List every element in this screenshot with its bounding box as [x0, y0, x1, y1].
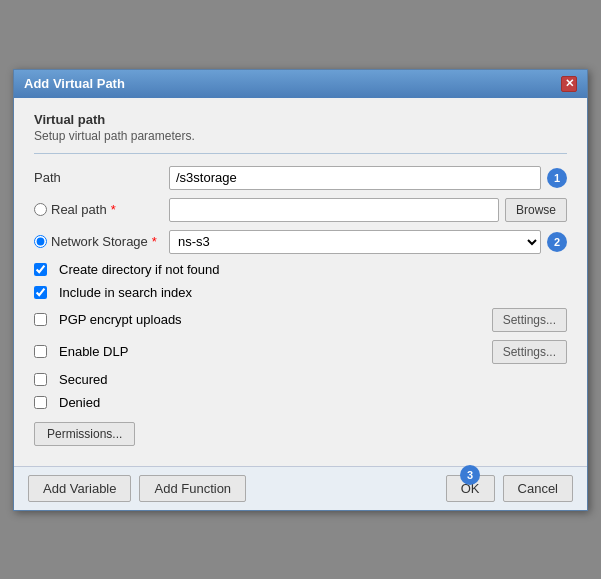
dlp-check-wrap: Enable DLP: [34, 344, 492, 359]
path-badge: 1: [547, 168, 567, 188]
ok-button-wrap: 3 OK: [446, 475, 495, 502]
add-variable-button[interactable]: Add Variable: [28, 475, 131, 502]
network-storage-badge: 2: [547, 232, 567, 252]
pgp-encrypt-row: PGP encrypt uploads Settings...: [34, 308, 567, 332]
dlp-settings-button[interactable]: Settings...: [492, 340, 567, 364]
pgp-settings-button[interactable]: Settings...: [492, 308, 567, 332]
dialog-body: Virtual path Setup virtual path paramete…: [14, 98, 587, 466]
permissions-row: Permissions...: [34, 418, 567, 452]
real-path-radio[interactable]: [34, 203, 47, 216]
real-path-row: Real path* Browse: [34, 198, 567, 222]
dialog-footer: Add Variable Add Function 3 OK Cancel: [14, 466, 587, 510]
secured-label: Secured: [59, 372, 107, 387]
real-path-input-wrap: Browse: [169, 198, 567, 222]
include-search-checkbox[interactable]: [34, 286, 47, 299]
network-storage-select-wrap: ns-s3 2: [169, 230, 567, 254]
include-search-row: Include in search index: [34, 285, 567, 300]
pgp-encrypt-checkbox[interactable]: [34, 313, 47, 326]
path-input-wrap: 1: [169, 166, 567, 190]
denied-label: Denied: [59, 395, 100, 410]
path-row: Path 1: [34, 166, 567, 190]
add-function-button[interactable]: Add Function: [139, 475, 246, 502]
network-storage-radio[interactable]: [34, 235, 47, 248]
network-storage-row: Network Storage* ns-s3 2: [34, 230, 567, 254]
denied-row: Denied: [34, 395, 567, 410]
dialog-titlebar: Add Virtual Path ✕: [14, 70, 587, 98]
section-title: Virtual path: [34, 112, 567, 127]
enable-dlp-row: Enable DLP Settings...: [34, 340, 567, 364]
section-divider: [34, 153, 567, 154]
path-input[interactable]: [169, 166, 541, 190]
close-button[interactable]: ✕: [561, 76, 577, 92]
enable-dlp-checkbox[interactable]: [34, 345, 47, 358]
create-dir-checkbox[interactable]: [34, 263, 47, 276]
footer-left: Add Variable Add Function: [28, 475, 246, 502]
include-search-label: Include in search index: [59, 285, 192, 300]
ok-button[interactable]: OK: [446, 475, 495, 502]
add-virtual-path-dialog: Add Virtual Path ✕ Virtual path Setup vi…: [13, 69, 588, 511]
browse-button[interactable]: Browse: [505, 198, 567, 222]
permissions-button[interactable]: Permissions...: [34, 422, 135, 446]
footer-right: 3 OK Cancel: [446, 475, 573, 502]
pgp-encrypt-label: PGP encrypt uploads: [59, 312, 182, 327]
enable-dlp-label: Enable DLP: [59, 344, 128, 359]
dialog-title: Add Virtual Path: [24, 76, 125, 91]
create-dir-row: Create directory if not found: [34, 262, 567, 277]
network-storage-label: Network Storage*: [34, 234, 169, 249]
path-label: Path: [34, 170, 169, 185]
secured-row: Secured: [34, 372, 567, 387]
cancel-button[interactable]: Cancel: [503, 475, 573, 502]
section-subtitle: Setup virtual path parameters.: [34, 129, 567, 143]
real-path-label: Real path*: [34, 202, 169, 217]
create-dir-label: Create directory if not found: [59, 262, 219, 277]
real-path-input[interactable]: [169, 198, 499, 222]
network-storage-select[interactable]: ns-s3: [169, 230, 541, 254]
pgp-check-wrap: PGP encrypt uploads: [34, 312, 492, 327]
denied-checkbox[interactable]: [34, 396, 47, 409]
secured-checkbox[interactable]: [34, 373, 47, 386]
